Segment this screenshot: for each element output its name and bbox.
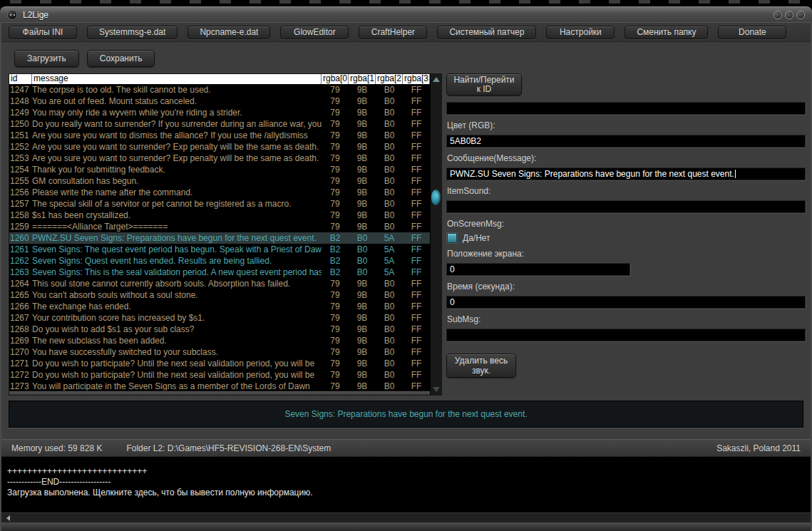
tab-npcname[interactable]: Npcname-e.dat [187, 26, 270, 39]
message-table: idmessagergba[0rgba[1rgba[2rgba[3 1247Th… [9, 73, 442, 396]
tab-files-ini[interactable]: Файлы INI [9, 26, 77, 39]
itemsound-input[interactable] [446, 200, 806, 213]
scrollbar-thumb[interactable] [431, 190, 441, 205]
window-controls [774, 11, 805, 19]
table-row[interactable]: 1251Are you sure you want to dismiss the… [9, 130, 430, 141]
table-row[interactable]: 1258$s1 has been crystallized.799BB0FF [9, 210, 430, 221]
table-row[interactable]: 1254Thank you for submitting feedback.79… [9, 164, 430, 175]
table-row[interactable]: 1268Do you wish to add $s1 as your sub c… [9, 324, 430, 335]
table-row[interactable]: 1253Are you sure you want to surrender? … [9, 153, 430, 164]
table-row[interactable]: 1256Please write the name after the comm… [9, 187, 430, 198]
color-input[interactable]: 5AB0B2 [446, 135, 806, 148]
table-row[interactable]: 1255GM consultation has begun.799BB0FF [9, 175, 430, 187]
onscreenmsg-label: OnScreenMsg: [447, 219, 806, 229]
column-header-2[interactable]: rgba[0 [322, 74, 349, 84]
tab-change-folder[interactable]: Сменить папку [625, 26, 708, 39]
table-row[interactable]: 1263Seven Signs: This is the seal valida… [9, 267, 430, 278]
tab-crafthelper[interactable]: CraftHelper [359, 26, 427, 39]
table-row[interactable]: 1273You will participate in the Seven Si… [9, 381, 430, 391]
table-row[interactable]: 1267Your contribution score has increase… [9, 312, 430, 324]
message-preview: Seven Signs: Preparations have begun for… [9, 401, 803, 428]
table-row[interactable]: 1248You are out of feed. Mount status ca… [9, 96, 430, 107]
column-header-1[interactable]: message [32, 74, 322, 84]
table-row[interactable]: 1270You have successfully switched to yo… [9, 346, 430, 358]
memory-status: Memory used: 59 828 K [11, 443, 102, 453]
color-label: Цвет (RGB): [447, 120, 806, 130]
table-row[interactable]: 1269The new subclass has been added.799B… [9, 335, 430, 346]
time-label: Время (секунда): [447, 282, 806, 292]
load-button[interactable]: Загрузить [14, 50, 79, 67]
app-icon [7, 10, 17, 20]
tab-system-patcher[interactable]: Системный патчер [437, 26, 536, 39]
column-header-5[interactable]: rgba[3 [403, 74, 430, 84]
time-input[interactable]: 0 [446, 296, 806, 309]
window-button-3[interactable] [796, 11, 805, 19]
table-horizontal-scrollbar[interactable] [9, 391, 430, 395]
main-area: idmessagergba[0rgba[1rgba[2rgba[3 1247Th… [9, 73, 806, 396]
toolbar: Загрузить Сохранить [14, 50, 811, 67]
scroll-up-icon[interactable] [433, 77, 440, 82]
screen-position-input[interactable]: 0 [446, 263, 630, 276]
folder-status: Folder L2: D:\Games\HF5-REVISION-268-EN\… [126, 443, 331, 453]
table-row[interactable]: 1252Are you sure you want to surrender? … [9, 141, 430, 153]
submsg-input[interactable] [446, 329, 806, 341]
scroll-down-icon[interactable] [433, 387, 440, 392]
table-vertical-scrollbar[interactable] [430, 74, 441, 395]
table-row[interactable]: 1271Do you wish to participate? Until th… [9, 358, 430, 369]
column-header-0[interactable]: id [9, 74, 32, 84]
window-button-1[interactable] [774, 11, 782, 19]
find-goto-id-button[interactable]: Найти/Перейти к ID [446, 73, 522, 96]
table-row[interactable]: 1266The exchange has ended.799BB0FF [9, 301, 430, 312]
tab-settings[interactable]: Настройки [546, 26, 615, 39]
screen-position-label: Положение экрана: [447, 249, 806, 259]
table-row[interactable]: 1250Do you really want to surrender? If … [9, 118, 430, 130]
log-console[interactable]: ++++++++++++++++++++++++++++------------… [1, 457, 811, 512]
window-button-2[interactable] [785, 11, 793, 19]
table-row[interactable]: 1259=======<Alliance Target>=======799BB… [9, 221, 430, 232]
desktop-strip [0, 0, 812, 6]
message-table-body: 1247The corpse is too old. The skill can… [9, 84, 430, 391]
onscreenmsg-checkbox[interactable] [447, 233, 457, 243]
tab-bar: Файлы INISystemmsg-e.datNpcname-e.datGlo… [1, 22, 811, 42]
status-bar: Memory used: 59 828 K Folder L2: D:\Game… [1, 439, 811, 457]
submsg-label: SubMsg: [447, 314, 806, 324]
console-horizontal-scrollbar[interactable] [1, 512, 811, 522]
tab-gloweditor[interactable]: GlowEditor [280, 26, 349, 39]
tab-donate[interactable]: Donate [718, 26, 786, 39]
message-input[interactable]: PWNZ.SU Seven Signs: Preparations have b… [446, 167, 806, 180]
itemsound-label: ItemSound: [447, 186, 806, 196]
text-caret [735, 170, 736, 178]
table-row[interactable]: 1260PWNZ.SU Seven Signs: Preparations ha… [9, 232, 430, 244]
window-body: Файлы INISystemmsg-e.datNpcname-e.datGlo… [0, 22, 812, 531]
window-title: L2Lige [23, 10, 48, 20]
window-bottom-edge [1, 522, 811, 531]
column-header-3[interactable]: rgba[1 [349, 74, 376, 84]
title-bar: L2Lige [0, 6, 812, 22]
table-row[interactable]: 1247The corpse is too old. The skill can… [9, 84, 430, 96]
message-label: Сообщение(Message): [447, 153, 806, 163]
table-row[interactable]: 1264This soul stone cannot currently abs… [9, 278, 430, 289]
column-header-4[interactable]: rgba[2 [376, 74, 403, 84]
edit-panel: Найти/Перейти к ID Цвет (RGB): 5AB0B2 Со… [446, 73, 806, 396]
preview-text: Seven Signs: Preparations have begun for… [284, 409, 527, 419]
table-row[interactable]: 1261Seven Signs: The quest event period … [9, 244, 430, 255]
onscreenmsg-checkbox-label: Да/Нет [463, 233, 490, 243]
save-button[interactable]: Сохранить [87, 50, 155, 67]
table-row[interactable]: 1262Seven Signs: Quest event has ended. … [9, 255, 430, 267]
credit-text: Sakaszli, Poland 2011 [716, 443, 801, 453]
table-row[interactable]: 1249You may only ride a wyvern while you… [9, 107, 430, 118]
find-id-input[interactable] [446, 102, 806, 115]
table-row[interactable]: 1257The special skill of a servitor or p… [9, 198, 430, 210]
tab-systemmsg[interactable]: Systemmsg-e.dat [87, 26, 178, 39]
scroll-left-icon[interactable] [6, 515, 10, 521]
delete-all-sound-button[interactable]: Удалить весь звук. [446, 354, 516, 378]
table-row[interactable]: 1272Do you wish to participate? Until th… [9, 369, 430, 381]
table-header: idmessagergba[0rgba[1rgba[2rgba[3 [9, 74, 430, 84]
table-row[interactable]: 1265You can't absorb souls without a sou… [9, 289, 430, 301]
